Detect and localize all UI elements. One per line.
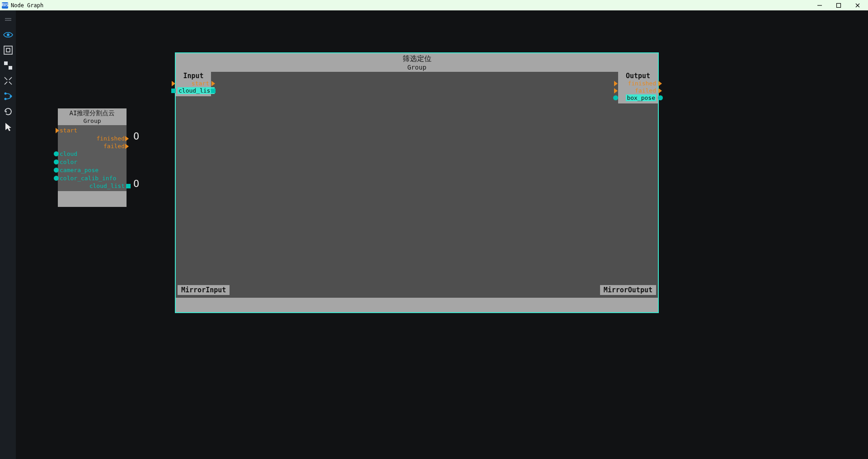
cursor-icon[interactable]	[2, 121, 14, 133]
port-label: color_calib_info	[60, 175, 116, 182]
node-ai-footer	[58, 191, 127, 207]
frame-icon[interactable]	[2, 44, 14, 56]
port-camera-pose-in[interactable]: camera_pose	[60, 167, 99, 174]
group-subtitle: Group	[178, 64, 656, 71]
eye-icon[interactable]	[2, 28, 14, 41]
dot-icon	[54, 176, 59, 181]
node-ai-title: AI推理分割点云	[60, 109, 125, 117]
arrow-icon	[658, 81, 662, 86]
close-button[interactable]	[854, 2, 861, 9]
svg-rect-8	[6, 48, 10, 52]
arrow-icon	[172, 81, 175, 86]
port-label: start	[192, 80, 209, 87]
input-block-title: Input	[178, 72, 209, 80]
arrow-icon	[658, 88, 662, 94]
arrow-icon	[614, 81, 618, 86]
count-cloud-list: O	[133, 178, 139, 189]
count-finished: O	[133, 131, 139, 142]
group-port-start[interactable]: start	[178, 80, 209, 87]
group-footer	[176, 298, 658, 312]
group-port-finished[interactable]: finished	[620, 80, 656, 87]
port-label: cloud	[60, 150, 77, 157]
port-start-in[interactable]: start	[60, 127, 77, 134]
port-label: finished	[628, 80, 656, 87]
port-label: failed	[635, 87, 656, 94]
port-label: cloud_list	[89, 183, 125, 189]
svg-rect-10	[9, 66, 12, 70]
svg-rect-1	[837, 3, 841, 7]
port-color-in[interactable]: color	[60, 159, 77, 166]
svg-point-6	[7, 33, 9, 36]
node-ai-subtitle: Group	[60, 117, 125, 124]
handle-icon[interactable]	[2, 13, 14, 26]
group-port-cloud-list[interactable]: cloud_list	[178, 87, 209, 94]
arrow-icon	[125, 136, 129, 141]
port-label-selected: box_pose	[626, 94, 656, 101]
square-icon	[171, 89, 176, 93]
nodes-icon[interactable]	[2, 59, 14, 72]
svg-point-12	[4, 98, 6, 100]
group-port-box-pose[interactable]: box_pose	[620, 94, 656, 102]
dot-icon	[54, 151, 59, 156]
svg-rect-7	[4, 46, 12, 54]
arrow-icon	[614, 88, 618, 94]
output-block-title: Output	[620, 72, 656, 80]
edges-layer	[16, 10, 151, 78]
graph-canvas[interactable]: AI推理分割点云 Group start cloud color camera_…	[16, 10, 868, 459]
window-titlebar: RVS Node Graph	[0, 0, 868, 10]
port-color-calib-in[interactable]: color_calib_info	[60, 175, 116, 182]
mirror-input-label[interactable]: MirrorInput	[178, 285, 230, 295]
group-header: 筛选定位 Group	[176, 53, 658, 72]
port-label: camera_pose	[60, 167, 99, 173]
left-toolbar	[0, 10, 16, 459]
app-icon: RVS	[2, 2, 8, 9]
dot-icon	[54, 168, 59, 173]
minimize-button[interactable]	[816, 2, 823, 9]
window-title: Node Graph	[11, 2, 816, 9]
arrow-icon	[125, 144, 129, 149]
port-label: start	[60, 127, 77, 134]
node-filter-group[interactable]: 筛选定位 Group Input start cloud_list	[175, 52, 659, 313]
group-port-failed[interactable]: failed	[620, 87, 656, 94]
port-label-selected: cloud_list	[178, 87, 215, 94]
port-cloud-list-out[interactable]: cloud_list	[89, 183, 125, 190]
svg-point-11	[4, 93, 6, 95]
port-label: failed	[103, 143, 125, 150]
port-finished-out[interactable]: finished	[96, 135, 125, 142]
dot-icon	[54, 159, 59, 164]
branch-icon[interactable]	[2, 90, 14, 103]
svg-rect-9	[4, 61, 8, 65]
square-icon	[211, 89, 216, 93]
svg-point-13	[9, 95, 12, 98]
dot-icon	[613, 95, 618, 100]
mirror-output-label[interactable]: MirrorOutput	[600, 285, 656, 295]
dot-icon	[658, 95, 663, 100]
node-ai-header: AI推理分割点云 Group	[58, 108, 127, 125]
maximize-button[interactable]	[835, 2, 842, 9]
port-label: color	[60, 159, 77, 165]
square-icon	[126, 184, 131, 188]
group-input-block[interactable]: Input start cloud_list	[176, 72, 211, 96]
refresh-icon[interactable]	[2, 105, 14, 118]
arrow-icon	[211, 81, 215, 86]
port-cloud-in[interactable]: cloud	[60, 150, 77, 158]
port-label: finished	[96, 135, 125, 142]
port-failed-out[interactable]: failed	[103, 143, 125, 150]
arrow-icon	[56, 128, 59, 133]
group-output-block[interactable]: Output finished failed box_pose	[618, 72, 658, 103]
collapse-icon[interactable]	[2, 75, 14, 87]
node-ai-group[interactable]: AI推理分割点云 Group start cloud color camera_…	[58, 108, 127, 207]
group-title: 筛选定位	[178, 54, 656, 64]
